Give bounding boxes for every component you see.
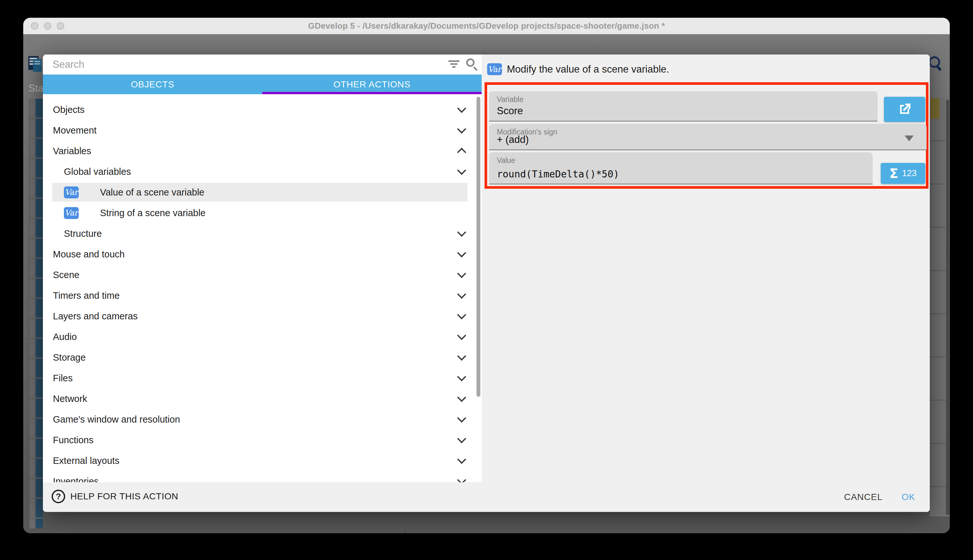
list-item-label: Functions (53, 435, 93, 445)
chevron-down-icon (457, 455, 466, 464)
tab-objects[interactable]: OBJECTS (43, 75, 262, 94)
variable-field[interactable]: Variable Score (489, 91, 878, 122)
event-sheet-scrollbar (946, 100, 949, 515)
list-item-string-of-a-scene-variable[interactable]: VarString of a scene variable (43, 203, 482, 223)
chevron-down-icon (457, 290, 466, 299)
action-editor-dialog: OBJECTS OTHER ACTIONS ObjectsMovementVar… (43, 55, 930, 512)
list-item-global-variables[interactable]: Global variables (43, 161, 482, 182)
variable-field-value: Score (497, 105, 523, 117)
list-item-label: Variables (53, 146, 91, 157)
list-item-scene[interactable]: Scene (43, 265, 482, 285)
list-item-label: Mouse and touch (53, 249, 125, 260)
list-item-movement[interactable]: Movement (43, 120, 482, 141)
chevron-down-icon (457, 393, 466, 402)
action-parameters-panel: Var Modify the value of a scene variable… (482, 55, 930, 512)
list-item-inventories[interactable]: Inventories (43, 471, 482, 482)
chevron-down-icon (457, 475, 466, 482)
chevron-down-icon (457, 331, 466, 340)
search-icon[interactable] (465, 58, 478, 71)
list-item-label: Scene (53, 270, 79, 280)
open-variable-editor-button[interactable] (884, 97, 925, 122)
chevron-down-icon (457, 413, 466, 423)
list-item-functions[interactable]: Functions (43, 430, 482, 450)
value-field[interactable]: Value round(TimeDelta()*50) (489, 152, 873, 185)
list-item-label: Network (53, 393, 87, 404)
event-colored-cell (930, 98, 940, 119)
filter-icon[interactable] (448, 59, 460, 70)
list-item-label: Layers and cameras (53, 311, 138, 322)
list-item-label: Audio (53, 332, 77, 342)
list-item-label: Value of a scene variable (100, 187, 205, 198)
list-item-label: Global variables (64, 167, 131, 177)
ok-button[interactable]: OK (891, 482, 926, 512)
help-label: HELP FOR THIS ACTION (70, 491, 178, 502)
minimize-button[interactable] (44, 22, 51, 30)
value-field-value: round(TimeDelta()*50) (497, 168, 619, 180)
list-scrollbar[interactable] (477, 97, 480, 397)
traffic-lights (31, 18, 64, 34)
chevron-down-icon (457, 310, 466, 319)
list-item-label: Objects (53, 105, 85, 115)
list-item-value-of-a-scene-variable[interactable]: VarValue of a scene variable (43, 182, 482, 203)
sigma-icon: Σ (890, 166, 898, 181)
chevron-down-icon (457, 269, 466, 278)
event-right-strip (930, 98, 946, 515)
chevron-down-icon (457, 352, 466, 361)
condition-action-divider (405, 528, 406, 533)
variable-field-label: Variable (497, 95, 523, 104)
list-item-label: Movement (53, 125, 97, 136)
modification-sign-select[interactable]: Modification's sign + (add) (489, 124, 926, 150)
list-item-external-layouts[interactable]: External layouts (43, 450, 482, 471)
app-window: Sta Add condition ✗ Delete Meteors Add a… (23, 18, 950, 533)
chevron-down-icon (457, 228, 466, 237)
sigma-123-label: 123 (902, 168, 916, 178)
var-icon: Var (64, 187, 79, 198)
var-icon: Var (64, 207, 79, 219)
list-item-label: String of a scene variable (100, 208, 205, 218)
tab-other-actions[interactable]: OTHER ACTIONS (262, 75, 482, 94)
chevron-down-icon (457, 434, 466, 443)
close-button[interactable] (31, 22, 38, 30)
modification-sign-value: + (add) (497, 134, 529, 145)
zoom-button[interactable] (57, 22, 64, 30)
search-input[interactable] (53, 57, 433, 73)
list-item-variables[interactable]: Variables (43, 141, 482, 161)
list-item-objects[interactable]: Objects (43, 99, 482, 120)
chevron-down-icon (457, 104, 466, 113)
cancel-button[interactable]: CANCEL (839, 482, 888, 512)
window-title: GDevelop 5 - /Users/dkarakay/Documents/G… (308, 21, 665, 31)
list-item-layers-and-cameras[interactable]: Layers and cameras (43, 306, 482, 327)
chevron-down-icon (905, 135, 914, 141)
list-item-label: External layouts (53, 455, 119, 466)
chevron-up-icon (457, 148, 466, 157)
list-item-game-s-window-and-resolution[interactable]: Game's window and resolution (43, 409, 482, 430)
list-item-audio[interactable]: Audio (43, 327, 482, 347)
list-item-timers-and-time[interactable]: Timers and time (43, 285, 482, 306)
list-item-network[interactable]: Network (43, 388, 482, 409)
event-rows-strip (30, 99, 35, 528)
list-item-storage[interactable]: Storage (43, 347, 482, 368)
window-titlebar: GDevelop 5 - /Users/dkarakay/Documents/G… (23, 18, 950, 34)
dialog-tabs: OBJECTS OTHER ACTIONS (43, 75, 482, 94)
list-item-label: Structure (64, 228, 102, 239)
expression-builder-button[interactable]: Σ 123 (881, 163, 925, 184)
event-condition-cells (35, 99, 43, 528)
list-item-mouse-and-touch[interactable]: Mouse and touch (43, 244, 482, 265)
event-separator-line (930, 515, 950, 516)
value-field-label: Value (497, 156, 515, 165)
open-in-new-icon (897, 102, 912, 117)
chevron-down-icon (457, 248, 466, 257)
event-sheet-bottom-row: Add condition ✗ Delete Meteors Add actio… (23, 528, 950, 533)
list-item-structure[interactable]: Structure (43, 223, 482, 244)
dialog-footer: ? HELP FOR THIS ACTION CANCEL OK (43, 482, 930, 512)
chevron-down-icon (457, 372, 466, 381)
list-item-label: Timers and time (53, 290, 120, 301)
chevron-down-icon (457, 166, 466, 175)
chevron-down-icon (457, 125, 466, 133)
action-title: Modify the value of a scene variable. (507, 63, 669, 75)
help-for-this-action[interactable]: ? HELP FOR THIS ACTION (52, 490, 178, 503)
list-item-label: Game's window and resolution (53, 414, 180, 425)
help-icon: ? (52, 490, 65, 503)
list-item-files[interactable]: Files (43, 368, 482, 388)
list-item-label: Storage (53, 352, 86, 363)
